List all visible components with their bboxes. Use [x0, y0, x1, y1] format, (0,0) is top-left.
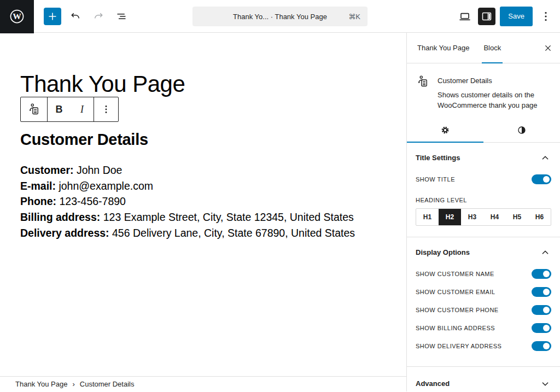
- show-billing-address-label: SHOW BILLING ADDRESS: [416, 325, 495, 331]
- show-customer-email-toggle[interactable]: [532, 287, 551, 297]
- customer-details-heading[interactable]: Customer Details: [20, 131, 406, 149]
- detail-label: Phone:: [20, 195, 56, 207]
- panel-title: Title Settings: [416, 154, 460, 162]
- more-vertical-icon: [100, 103, 113, 116]
- show-customer-phone-toggle[interactable]: [532, 305, 551, 315]
- page-title[interactable]: Thank You Page: [20, 73, 406, 96]
- svg-text:W: W: [13, 11, 21, 21]
- show-billing-address-toggle[interactable]: [532, 323, 551, 333]
- redo-button[interactable]: [90, 8, 107, 25]
- chevron-up-icon: [539, 247, 551, 259]
- heading-level-control: H1 H2 H3 H4 H5 H6: [416, 208, 551, 226]
- italic-button[interactable]: I: [71, 97, 94, 121]
- command-center-label: Thank Yo... · Thank You Page: [233, 13, 327, 21]
- breadcrumb-document[interactable]: Thank You Page: [15, 380, 67, 388]
- post-content: Thank You Page B I: [0, 33, 406, 241]
- heading-level-h2[interactable]: H2: [439, 209, 461, 225]
- advanced-label: Advanced: [416, 379, 450, 388]
- panel-display-options-header[interactable]: Display Options: [416, 247, 551, 259]
- show-title-label: SHOW TITLE: [416, 176, 455, 183]
- show-delivery-address-row: SHOW DELIVERY ADDRESS: [416, 337, 551, 355]
- header-right-tools: Save: [456, 7, 560, 26]
- heading-level-label: HEADING LEVEL: [416, 197, 551, 203]
- detail-line-delivery: Delivery address: 456 Delivery Lane, Cit…: [20, 225, 406, 241]
- close-sidebar-button[interactable]: [539, 39, 557, 57]
- detail-line-email: E-mail: john@example.com: [20, 178, 406, 194]
- customer-details-block-icon: [27, 102, 41, 116]
- wordpress-icon: W: [9, 8, 25, 25]
- panel-title-settings-header[interactable]: Title Settings: [416, 152, 551, 164]
- block-card: Customer Details Shows customer details …: [407, 63, 560, 119]
- block-type-button[interactable]: [21, 97, 47, 121]
- heading-level-h1[interactable]: H1: [416, 209, 439, 225]
- tab-styles[interactable]: [483, 119, 560, 142]
- settings-sidebar-toggle-button[interactable]: [478, 8, 495, 25]
- block-inserter-button[interactable]: [44, 8, 61, 25]
- show-customer-name-label: SHOW CUSTOMER NAME: [416, 271, 494, 277]
- heading-level-h5[interactable]: H5: [506, 209, 528, 225]
- wordpress-logo[interactable]: W: [0, 0, 34, 33]
- editor-canvas[interactable]: Thank You Page B I: [0, 33, 406, 391]
- detail-label: Delivery address:: [20, 227, 109, 239]
- panel-title: Display Options: [416, 248, 470, 256]
- detail-line-billing: Billing address: 123 Example Street, Cit…: [20, 209, 406, 225]
- show-customer-name-row: SHOW CUSTOMER NAME: [416, 265, 551, 283]
- options-menu-button[interactable]: [537, 8, 555, 25]
- view-button[interactable]: [456, 8, 474, 25]
- show-customer-name-toggle[interactable]: [532, 269, 551, 279]
- show-delivery-address-toggle[interactable]: [532, 341, 551, 351]
- panel-display-options: Display Options SHOW CUSTOMER NAME SHOW …: [407, 237, 560, 366]
- command-shortcut: ⌘K: [348, 13, 360, 21]
- show-delivery-address-label: SHOW DELIVERY ADDRESS: [416, 343, 501, 349]
- detail-label: Billing address:: [20, 211, 100, 223]
- editor-top-bar: W Thank Yo... · Thank You Pa: [0, 0, 560, 33]
- block-breadcrumb-bar: Thank You Page › Customer Details: [0, 376, 406, 391]
- bold-button[interactable]: B: [48, 97, 71, 121]
- show-customer-phone-label: SHOW CUSTOMER PHONE: [416, 307, 499, 313]
- sidebar-panel-icon: [480, 10, 493, 23]
- customer-details-block-icon: [416, 74, 430, 111]
- more-vertical-icon: [539, 10, 552, 23]
- show-customer-email-row: SHOW CUSTOMER EMAIL: [416, 283, 551, 301]
- chevron-up-icon: [539, 152, 551, 164]
- laptop-icon: [458, 9, 472, 24]
- sidebar-tabs: Thank You Page Block: [407, 33, 560, 63]
- panel-title-settings: Title Settings SHOW TITLE HEADING LEVEL …: [407, 143, 560, 237]
- save-button[interactable]: Save: [500, 7, 533, 26]
- command-center-button[interactable]: Thank Yo... · Thank You Page ⌘K: [192, 7, 368, 26]
- customer-details-block[interactable]: Customer: John Doe E-mail: john@example.…: [20, 162, 406, 241]
- show-customer-email-label: SHOW CUSTOMER EMAIL: [416, 289, 495, 295]
- breadcrumb-current-block[interactable]: Customer Details: [80, 380, 135, 388]
- list-view-icon: [115, 10, 128, 23]
- detail-value: 123 Example Street, City, State 12345, U…: [100, 211, 354, 223]
- display-option-rows: SHOW CUSTOMER NAME SHOW CUSTOMER EMAIL S…: [416, 265, 551, 355]
- settings-sidebar: Thank You Page Block Customer Details Sh…: [406, 33, 560, 391]
- tab-block[interactable]: Block: [476, 33, 508, 63]
- block-options-button[interactable]: [94, 97, 118, 121]
- block-toolbar: B I: [20, 97, 119, 122]
- breadcrumb-separator: ›: [67, 380, 79, 388]
- plus-icon: [46, 10, 59, 23]
- tab-document[interactable]: Thank You Page: [410, 33, 476, 63]
- detail-line-phone: Phone: 123-456-7890: [20, 194, 406, 209]
- heading-level-h4[interactable]: H4: [483, 209, 506, 225]
- detail-value: John Doe: [74, 164, 122, 176]
- redo-icon: [92, 10, 105, 23]
- list-view-button[interactable]: [113, 8, 130, 25]
- heading-level-h6[interactable]: H6: [528, 209, 551, 225]
- undo-button[interactable]: [67, 8, 84, 25]
- gear-icon: [439, 124, 451, 136]
- show-customer-phone-row: SHOW CUSTOMER PHONE: [416, 301, 551, 319]
- detail-value: john@example.com: [56, 180, 153, 192]
- show-title-row: SHOW TITLE: [416, 174, 551, 184]
- show-title-toggle[interactable]: [532, 174, 551, 184]
- inspector-tabs: [407, 119, 560, 143]
- close-icon: [542, 43, 553, 54]
- detail-value: 456 Delivery Lane, City, State 67890, Un…: [109, 227, 355, 239]
- undo-icon: [69, 10, 82, 23]
- tab-settings[interactable]: [407, 119, 483, 142]
- show-billing-address-row: SHOW BILLING ADDRESS: [416, 319, 551, 337]
- styles-half-circle-icon: [516, 125, 527, 136]
- panel-advanced-header[interactable]: Advanced: [407, 366, 560, 392]
- heading-level-h3[interactable]: H3: [461, 209, 483, 225]
